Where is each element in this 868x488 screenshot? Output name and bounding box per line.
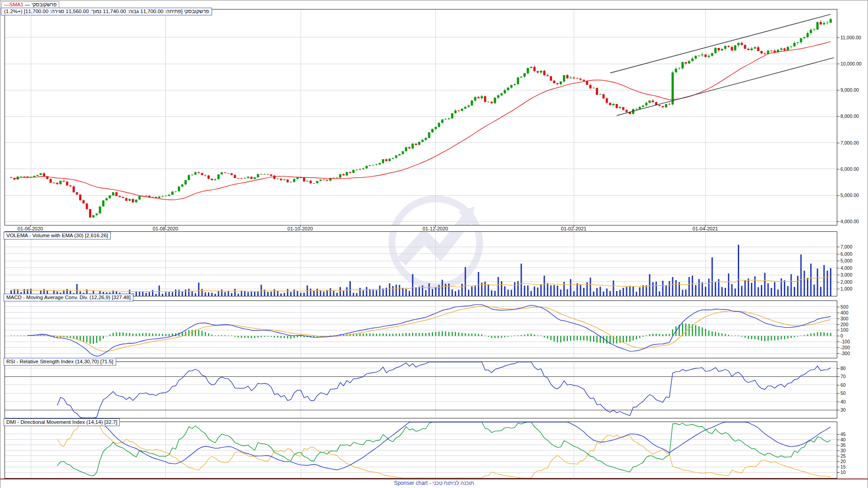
volume-panel[interactable] <box>5 231 837 296</box>
footer-branding: Sponser chart - תוכנה לניתוח טכני <box>0 479 868 488</box>
legend-sma1: —SMA1 <box>4 2 24 7</box>
rsi-header[interactable]: RSI - Relative Strength Index (14,30,70)… <box>4 358 116 366</box>
macd-panel[interactable] <box>5 300 837 358</box>
dmi-header[interactable]: DMI - Directional Movement Index (14,14)… <box>4 418 120 426</box>
volume-canvas[interactable] <box>5 232 837 296</box>
price-chart-canvas[interactable] <box>5 9 837 225</box>
date-axis <box>5 225 837 231</box>
volume-header[interactable]: VOLEMA - Volume with EMA (30) [2,616.26] <box>4 232 111 239</box>
rsi-canvas[interactable] <box>5 362 837 418</box>
price-chart-panel[interactable] <box>5 9 837 225</box>
dmi-canvas[interactable] <box>5 422 837 478</box>
macd-canvas[interactable] <box>5 301 837 358</box>
legend-symbol: — פרשקובסקי <box>25 2 57 7</box>
dmi-panel[interactable] <box>5 422 837 479</box>
ohlc-info-box[interactable]: פרשקובסקי [פתיחה: 11,700.00 גבוה: 11,740… <box>1 8 212 15</box>
rsi-panel[interactable] <box>5 361 837 418</box>
macd-header[interactable]: MACD - Moving Average Conv. Div. (12,26,… <box>4 294 133 301</box>
